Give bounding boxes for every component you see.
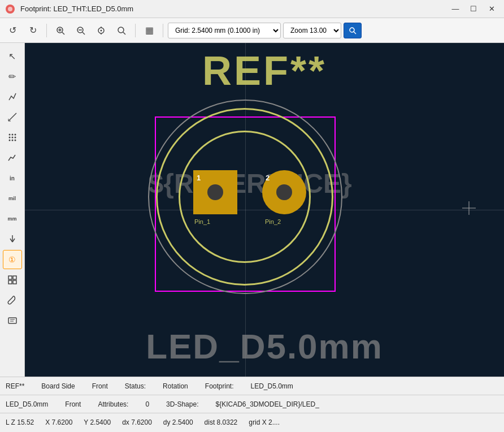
- zoom-fit-button[interactable]: [92, 21, 110, 40]
- svg-rect-35: [13, 280, 16, 284]
- svg-line-7: [82, 32, 85, 34]
- status-y: Y 2.5400: [84, 418, 122, 426]
- toolbar-separator-3: [163, 24, 163, 37]
- pad1-number: 1: [197, 174, 201, 182]
- svg-point-23: [8, 137, 10, 139]
- status-board-side-value: Front: [92, 382, 125, 390]
- svg-point-15: [350, 28, 354, 32]
- status-lz: L Z 15.52: [6, 418, 45, 426]
- status-rotation-label: Rotation: [163, 382, 205, 390]
- status-reference: REF**: [6, 382, 41, 390]
- maximize-button[interactable]: ☐: [466, 3, 481, 15]
- pad1-sublabel: Pin_1: [194, 218, 210, 225]
- svg-point-25: [14, 137, 16, 139]
- sidebar: ↖ ✏ in mil mm ①: [0, 43, 25, 377]
- small-crosshair: [462, 201, 476, 215]
- in-ruler-button[interactable]: in: [3, 169, 22, 188]
- pcb-content: REF** ${REFERENCE} 1 Pin_1 2 Pin_2: [25, 43, 504, 377]
- status-board-side-label: Board Side: [41, 382, 92, 390]
- pin-tool-button[interactable]: [3, 230, 22, 249]
- grid-button[interactable]: ▦: [140, 21, 158, 40]
- toolbar-separator-1: [46, 24, 47, 37]
- pad2-sublabel: Pin_2: [265, 218, 281, 225]
- svg-point-20: [8, 134, 10, 136]
- svg-point-24: [11, 137, 13, 139]
- status-row-3: L Z 15.52 X 7.6200 Y 2.5400 dx 7.6200 dy…: [0, 413, 504, 431]
- undo-button[interactable]: ↺: [3, 21, 21, 40]
- titlebar: Footprint: LED_THT:LED_D5.0mm — ☐ ✕: [0, 0, 504, 18]
- pad2-number: 2: [266, 174, 270, 182]
- status-dy: dy 2.5400: [163, 418, 205, 426]
- toolbar-separator-2: [135, 24, 136, 37]
- status-status-label: Status:: [125, 382, 163, 390]
- status-shape-value: ${KICAD6_3DMODEL_DIR}/LED_: [215, 400, 336, 408]
- measure-tool-button[interactable]: [3, 107, 22, 127]
- ref-text: REF**: [202, 47, 327, 94]
- svg-point-26: [8, 140, 10, 141]
- zoom-in-button[interactable]: [51, 21, 69, 40]
- zoom-custom-button[interactable]: [112, 21, 131, 40]
- svg-point-13: [118, 27, 124, 33]
- svg-point-1: [8, 7, 12, 11]
- zoom-search-button[interactable]: [344, 23, 362, 38]
- toolbar: ↺ ↻ ▦ Grid: 2.5400 mm (0.1000 in) Zoom 1…: [0, 18, 504, 43]
- svg-point-22: [14, 134, 16, 136]
- pad1-square[interactable]: 1: [193, 170, 237, 214]
- status-x: X 7.6200: [45, 418, 84, 426]
- route-tool-button[interactable]: [3, 87, 22, 106]
- status-attributes-label: Attributes:: [98, 400, 145, 408]
- grid-selector[interactable]: Grid: 2.5400 mm (0.1000 in): [168, 23, 281, 38]
- window-controls: — ☐ ✕: [447, 3, 499, 15]
- svg-rect-32: [8, 276, 12, 279]
- pad2-round[interactable]: 2: [262, 170, 306, 214]
- window-title: Footprint: LED_THT:LED_D5.0mm: [20, 5, 447, 13]
- app-icon: [5, 3, 16, 15]
- status-grid: grid X 2....: [249, 418, 291, 426]
- svg-line-14: [123, 32, 125, 34]
- select-tool-button[interactable]: ↖: [3, 46, 22, 66]
- canvas[interactable]: REF** ${REFERENCE} 1 Pin_1 2 Pin_2: [25, 43, 504, 377]
- svg-line-3: [62, 32, 64, 34]
- graph-tool-button[interactable]: [3, 148, 22, 167]
- board-view-button[interactable]: [3, 311, 22, 330]
- svg-rect-34: [8, 280, 12, 284]
- minimize-button[interactable]: —: [447, 3, 463, 15]
- wrench-button[interactable]: [3, 291, 22, 310]
- status-footprint-label: Footprint:: [205, 382, 251, 390]
- svg-line-17: [8, 113, 16, 121]
- svg-point-10: [101, 29, 102, 31]
- draw-tool-button[interactable]: ✏: [3, 67, 22, 86]
- svg-point-27: [11, 140, 13, 141]
- svg-point-21: [11, 134, 13, 136]
- svg-point-28: [14, 140, 16, 141]
- dots-tool-button[interactable]: [3, 128, 22, 147]
- status-dist: dist 8.0322: [205, 418, 249, 426]
- status-value-label: LED_D5.0mm: [6, 400, 65, 408]
- status-row-1: REF** Board Side Front Status: Rotation …: [0, 377, 504, 395]
- status-footprint-value: LED_D5.0mm: [251, 382, 310, 390]
- mm-ruler-button[interactable]: mm: [3, 209, 22, 228]
- svg-line-16: [354, 32, 356, 34]
- highlight-tool-button[interactable]: ①: [3, 250, 22, 269]
- svg-rect-36: [8, 318, 16, 323]
- mil-ruler-button[interactable]: mil: [3, 189, 22, 208]
- statusbar: REF** Board Side Front Status: Rotation …: [0, 377, 504, 432]
- status-row-2: LED_D5.0mm Front Attributes: 0 3D-Shape:…: [0, 395, 504, 413]
- redo-button[interactable]: ↻: [24, 21, 42, 40]
- status-board-side-front: Front: [65, 400, 98, 408]
- svg-rect-33: [13, 276, 16, 279]
- value-text: LED_D5.0mm: [146, 326, 383, 366]
- zoom-selector[interactable]: Zoom 13.00: [283, 23, 341, 38]
- status-dx: dx 7.6200: [122, 418, 163, 426]
- status-rotation-value: 0: [145, 400, 166, 408]
- close-button[interactable]: ✕: [484, 3, 499, 15]
- pad-grid-button[interactable]: [3, 270, 22, 290]
- zoom-out-button[interactable]: [72, 21, 90, 40]
- status-shape-label: 3D-Shape:: [166, 400, 215, 408]
